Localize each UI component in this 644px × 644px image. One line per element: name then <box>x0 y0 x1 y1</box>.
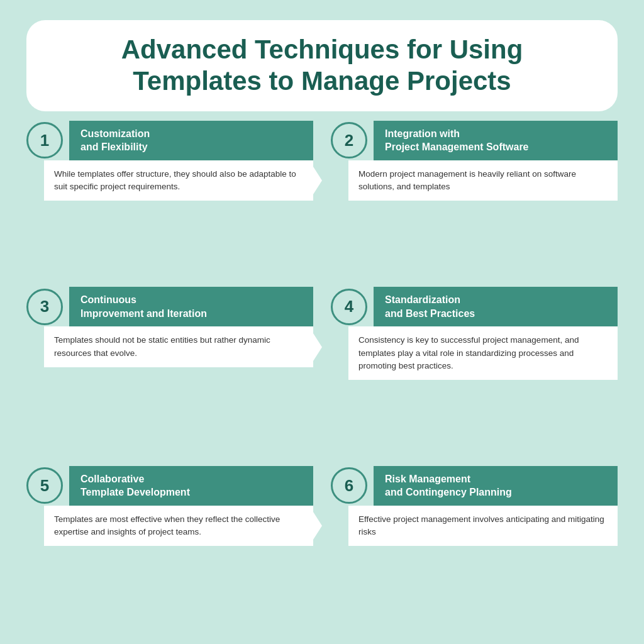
card-header-6: 6 Risk Managementand Contingency Plannin… <box>331 466 618 506</box>
cards-grid: 1 Customizationand Flexibility While tem… <box>26 118 618 624</box>
card-5: 5 CollaborativeTemplate Development Temp… <box>26 466 313 621</box>
card-number-1: 1 <box>26 122 63 158</box>
card-number-5: 5 <box>26 467 63 504</box>
card-number-3: 3 <box>26 289 63 325</box>
card-header-3: 3 ContinuousImprovement and Iteration <box>26 287 313 326</box>
title-box: Advanced Techniques for Using Templates … <box>26 20 618 111</box>
card-title-4: Standardizationand Best Practices <box>374 287 618 326</box>
card-header-4: 4 Standardizationand Best Practices <box>331 287 618 326</box>
card-title-6: Risk Managementand Contingency Planning <box>374 466 618 506</box>
card-body-2: Modern project management is heavily rel… <box>348 160 618 201</box>
card-body-4: Consistency is key to successful project… <box>348 326 618 380</box>
card-title-2: Integration withProject Management Softw… <box>374 121 618 160</box>
card-title-3: ContinuousImprovement and Iteration <box>69 287 313 326</box>
card-1: 1 Customizationand Flexibility While tem… <box>26 121 313 275</box>
main-container: Advanced Techniques for Using Templates … <box>8 8 636 636</box>
card-6: 6 Risk Managementand Contingency Plannin… <box>331 466 618 621</box>
card-body-3: Templates should not be static entities … <box>44 326 313 367</box>
card-3: 3 ContinuousImprovement and Iteration Te… <box>26 287 313 455</box>
card-number-4: 4 <box>331 289 367 325</box>
card-body-5: Templates are most effective when they r… <box>44 506 313 547</box>
card-body-6: Effective project management involves an… <box>348 506 618 547</box>
card-2: 2 Integration withProject Management Sof… <box>331 121 618 275</box>
card-header-1: 1 Customizationand Flexibility <box>26 121 313 160</box>
card-header-5: 5 CollaborativeTemplate Development <box>26 466 313 506</box>
card-number-2: 2 <box>331 122 367 158</box>
card-title-5: CollaborativeTemplate Development <box>69 466 313 506</box>
card-number-6: 6 <box>331 467 367 504</box>
card-header-2: 2 Integration withProject Management Sof… <box>331 121 618 160</box>
card-body-1: While templates offer structure, they sh… <box>44 160 313 201</box>
main-title: Advanced Techniques for Using Templates … <box>45 34 599 97</box>
card-4: 4 Standardizationand Best Practices Cons… <box>331 287 618 455</box>
card-title-1: Customizationand Flexibility <box>69 121 313 160</box>
